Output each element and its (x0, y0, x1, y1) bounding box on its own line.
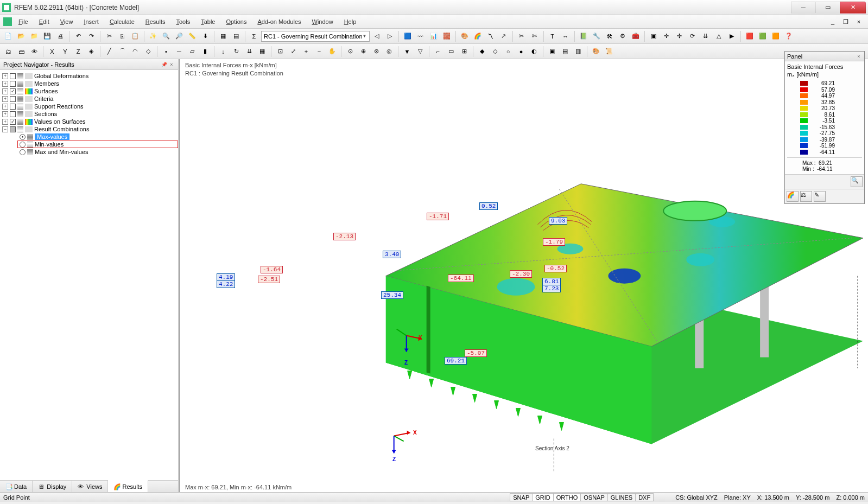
paste-icon[interactable]: 📋 (129, 30, 141, 42)
menu-tools[interactable]: Tools (172, 17, 194, 26)
tab-data[interactable]: 📑Data (0, 481, 33, 492)
tree-item-min-values[interactable]: Min-values (17, 141, 178, 148)
redo-icon[interactable]: ↷ (85, 30, 97, 42)
view-x-icon[interactable]: X (46, 46, 58, 58)
tool2-icon[interactable]: 🛠 (604, 30, 616, 42)
expander-icon[interactable]: + (2, 73, 8, 79)
radio[interactable] (20, 149, 26, 155)
wand-icon[interactable]: ✨ (147, 30, 159, 42)
checkbox[interactable] (10, 96, 16, 102)
snap4-icon[interactable]: ◎ (383, 46, 395, 58)
zoom-window-icon[interactable]: ⊡ (274, 46, 286, 58)
help-icon[interactable]: ❓ (783, 30, 795, 42)
clip-icon[interactable]: ✄ (529, 30, 541, 42)
diagram-icon[interactable]: 📊 (428, 30, 440, 42)
prev-icon[interactable]: ◁ (371, 30, 383, 42)
color-icon[interactable]: 🎨 (590, 46, 602, 58)
calc-icon[interactable]: Σ (248, 30, 260, 42)
view-z-icon[interactable]: Z (72, 46, 84, 58)
navigator-icon[interactable]: 🗃 (15, 46, 27, 58)
viewport[interactable]: Basic Internal Forces m-x [kNm/m] RC1 : … (179, 59, 868, 492)
load-moment-icon[interactable]: ↻ (230, 46, 242, 58)
expander-icon[interactable]: + (2, 119, 8, 125)
menu-help[interactable]: Help (340, 17, 361, 26)
menu-options[interactable]: Options (221, 17, 251, 26)
expander-icon[interactable]: + (2, 111, 8, 117)
ucs-icon[interactable]: ⌐ (432, 46, 444, 58)
menu-addon[interactable]: Add-on Modules (253, 17, 305, 26)
copy-icon[interactable]: ⎘ (116, 30, 128, 42)
expander-icon[interactable]: + (2, 81, 8, 87)
misc6-icon[interactable]: ▣ (546, 46, 558, 58)
solid-icon[interactable]: ▮ (199, 46, 211, 58)
filter1-icon[interactable]: ▼ (401, 46, 413, 58)
view-iso-icon[interactable]: ◈ (85, 46, 97, 58)
load-line-icon[interactable]: ⇊ (243, 46, 255, 58)
app-menu-icon[interactable] (3, 17, 12, 26)
expander-icon[interactable]: + (2, 96, 8, 102)
expander-icon[interactable]: + (2, 104, 8, 110)
expander-icon[interactable]: + (2, 88, 8, 94)
zoom-all-icon[interactable]: ⤢ (287, 46, 299, 58)
zoom-out-icon[interactable]: − (313, 46, 325, 58)
tool1-icon[interactable]: 🔧 (591, 30, 603, 42)
misc8-icon[interactable]: ▥ (572, 46, 584, 58)
menu-insert[interactable]: Insert (79, 17, 103, 26)
snap3-icon[interactable]: ⊗ (370, 46, 382, 58)
tree-item-max-values[interactable]: Max-values (17, 133, 178, 141)
next-icon[interactable]: ▷ (384, 30, 396, 42)
addon2-icon[interactable]: 🟩 (757, 30, 769, 42)
vector-icon[interactable]: ↗ (498, 30, 510, 42)
measure-icon[interactable]: 📏 (186, 30, 198, 42)
table-icon[interactable]: ▦ (217, 30, 229, 42)
menu-results[interactable]: Results (141, 17, 170, 26)
rotate-icon[interactable]: ⟳ (687, 30, 699, 42)
checkbox[interactable] (10, 73, 16, 79)
menu-window[interactable]: Window (308, 17, 338, 26)
panel-scale-icon[interactable]: ⚖ (800, 191, 812, 202)
axis-icon[interactable]: ✛ (661, 30, 673, 42)
views-icon[interactable]: 👁 (28, 46, 40, 58)
menu-view[interactable]: View (56, 17, 78, 26)
checkbox[interactable] (10, 81, 16, 87)
misc4-icon[interactable]: ● (515, 46, 527, 58)
radio[interactable] (20, 134, 26, 140)
mdi-restore-icon[interactable]: ❐ (840, 16, 852, 28)
status-toggle-snap[interactable]: SNAP (510, 493, 533, 501)
dim-icon[interactable]: ↔ (560, 30, 572, 42)
results-on-icon[interactable]: 🟦 (402, 30, 414, 42)
tree-item-surfaces[interactable]: +Surfaces (0, 87, 178, 95)
new-icon[interactable]: 📄 (2, 30, 14, 42)
mdi-minimize-icon[interactable]: _ (827, 16, 839, 28)
script-icon[interactable]: 📜 (603, 46, 615, 58)
panel-colors-icon[interactable]: 🌈 (787, 191, 799, 202)
render-icon[interactable]: 🎨 (459, 30, 471, 42)
tree-item-global-deformations[interactable]: +Global Deformations (0, 72, 178, 80)
isoline-icon[interactable]: 〽 (485, 30, 497, 42)
result-combo[interactable]: RC1 - Governing Result Combination▼ (261, 31, 370, 42)
cube-icon[interactable]: ▣ (648, 30, 660, 42)
grid-icon[interactable]: ▤ (230, 30, 242, 42)
checkbox[interactable] (10, 88, 16, 94)
project-icon[interactable]: 🗂 (2, 46, 14, 58)
tab-results[interactable]: 🌈Results (108, 480, 148, 492)
misc1-icon[interactable]: ◆ (476, 46, 488, 58)
addon3-icon[interactable]: 🟧 (770, 30, 782, 42)
status-toggle-osnap[interactable]: OSNAP (580, 493, 608, 501)
view-y-icon[interactable]: Y (59, 46, 71, 58)
snap1-icon[interactable]: ⊙ (344, 46, 356, 58)
load-area-icon[interactable]: ▦ (256, 46, 268, 58)
tab-views[interactable]: 👁Views (72, 481, 108, 492)
radio[interactable] (20, 142, 26, 148)
minimize-button[interactable]: ─ (791, 2, 816, 14)
menu-edit[interactable]: Edit (35, 17, 54, 26)
panel-title-bar[interactable]: Panel × (785, 52, 864, 61)
checkbox[interactable] (10, 119, 16, 125)
misc7-icon[interactable]: ▤ (559, 46, 571, 58)
arc-icon[interactable]: ◠ (129, 46, 141, 58)
navigator-tree[interactable]: +Global Deformations+Members+Surfaces+Cr… (0, 70, 178, 480)
line-icon[interactable]: ╱ (103, 46, 115, 58)
undo-icon[interactable]: ↶ (72, 30, 84, 42)
checkbox[interactable] (10, 104, 16, 110)
maximize-button[interactable]: ▭ (815, 2, 840, 14)
